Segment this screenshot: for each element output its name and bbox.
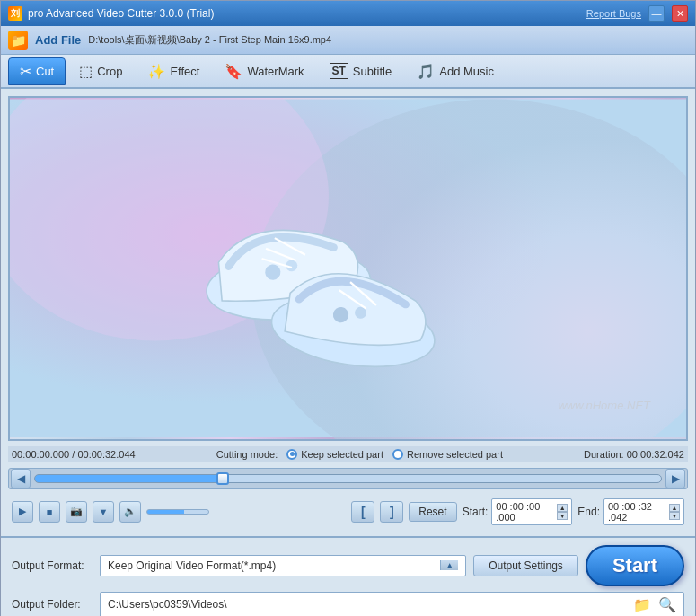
tab-effect[interactable]: ✨ Effect: [136, 57, 211, 85]
video-frame: [10, 98, 686, 439]
tab-watermark[interactable]: 🔖 WaterMark: [213, 57, 315, 85]
remove-selected-radio[interactable]: Remove selected part: [392, 449, 503, 460]
timeline-thumb[interactable]: [216, 472, 229, 485]
video-preview: www.nHome.NET: [10, 98, 686, 439]
duration-label: Duration:: [584, 449, 624, 460]
start-time-group: Start: 00 :00 :00 .000 ▲ ▼: [463, 498, 573, 525]
cutting-mode-group: Cutting mode: Keep selected part Remove …: [216, 449, 503, 460]
play-button[interactable]: ▶: [12, 501, 33, 523]
keep-label: Keep selected part: [301, 449, 383, 460]
tab-add-music[interactable]: 🎵 Add Music: [405, 57, 506, 85]
tab-subtitle[interactable]: ST Subtitle: [318, 57, 404, 84]
end-time-up[interactable]: ▲: [669, 504, 680, 512]
keep-selected-radio[interactable]: Keep selected part: [286, 449, 383, 460]
end-time-label: End:: [577, 506, 600, 518]
end-time-group: End: 00 :00 :32 .042 ▲ ▼: [577, 498, 684, 525]
stop-button[interactable]: ■: [39, 501, 60, 523]
main-window: 刘 pro Advanced Video Cutter 3.0.0 (Trial…: [0, 0, 696, 616]
remove-radio-btn[interactable]: [392, 449, 403, 460]
app-icon: 刘: [8, 6, 22, 21]
output-folder-label: Output Folder:: [12, 598, 93, 611]
output-format-input[interactable]: Keep Original Video Format(*.mp4) ▲: [100, 555, 466, 576]
tab-cut[interactable]: ✂ Cut: [8, 57, 66, 85]
crop-icon: ⬚: [79, 63, 93, 80]
main-content: www.nHome.NET 00:00:00.000 / 00:00:32.04…: [1, 89, 695, 536]
output-settings-button[interactable]: Output Settings: [473, 555, 578, 576]
title-bar-left: 刘 pro Advanced Video Cutter 3.0.0 (Trial…: [8, 6, 214, 21]
bottom-section: Output Format: Keep Original Video Forma…: [1, 536, 695, 617]
playback-controls: ▶ ■ 📷 ▼ 🔈 [ ] Reset Start: 00 :00 :00 .0…: [8, 495, 688, 529]
start-time-label: Start:: [463, 506, 489, 518]
duration-display: Duration: 00:00:32.042: [584, 449, 684, 460]
mark-in-button[interactable]: [: [351, 501, 374, 523]
tab-subtitle-label: Subtitle: [353, 65, 392, 78]
time-info-bar: 00:00:00.000 / 00:00:32.044 Cutting mode…: [8, 446, 688, 462]
window-title: pro Advanced Video Cutter 3.0.0 (Trial): [28, 7, 214, 20]
tab-crop-label: Crop: [97, 65, 122, 78]
reset-button[interactable]: Reset: [409, 502, 456, 522]
add-music-icon: 🎵: [417, 63, 435, 80]
output-folder-row: Output Folder: C:\Users\pc0359\Videos\ 📁…: [12, 592, 684, 617]
output-folder-input[interactable]: C:\Users\pc0359\Videos\ 📁 🔍: [100, 592, 684, 617]
video-preview-area[interactable]: www.nHome.NET: [8, 96, 688, 441]
slider-left-arrow[interactable]: ◀: [11, 469, 31, 488]
output-format-label: Output Format:: [12, 559, 93, 572]
folder-icons: 📁 🔍: [633, 596, 676, 613]
title-bar: 刘 pro Advanced Video Cutter 3.0.0 (Trial…: [1, 1, 695, 26]
tab-add-music-label: Add Music: [439, 65, 494, 78]
start-time-down[interactable]: ▼: [557, 512, 568, 520]
minimize-button[interactable]: —: [648, 5, 665, 22]
tabs-bar: ✂ Cut ⬚ Crop ✨ Effect 🔖 WaterMark ST Sub…: [1, 55, 695, 89]
add-file-label[interactable]: Add File: [35, 33, 81, 47]
browse-folder-icon[interactable]: 📁: [633, 596, 651, 613]
start-button[interactable]: Start: [586, 545, 684, 586]
snapshot-button[interactable]: 📷: [66, 501, 87, 523]
start-time-up[interactable]: ▲: [557, 504, 568, 512]
slider-right-arrow[interactable]: ▶: [665, 469, 685, 488]
start-time-input[interactable]: 00 :00 :00 .000 ▲ ▼: [491, 498, 572, 525]
watermark-icon: 🔖: [225, 63, 242, 80]
tab-cut-label: Cut: [36, 65, 54, 78]
tab-watermark-label: WaterMark: [247, 65, 304, 78]
volume-dropdown[interactable]: ▼: [93, 501, 114, 523]
start-time-spinner[interactable]: ▲ ▼: [557, 504, 568, 520]
tab-effect-label: Effect: [170, 65, 199, 78]
end-time-spinner[interactable]: ▲ ▼: [669, 504, 680, 520]
volume-slider[interactable]: [146, 509, 209, 515]
effect-icon: ✨: [147, 63, 165, 80]
current-time: 00:00:00.000 / 00:00:32.044: [12, 449, 136, 460]
timeline-slider-area: ◀ ▶: [8, 468, 688, 489]
watermark-text: www.nHome.NET: [558, 399, 650, 412]
cutting-mode-label: Cutting mode:: [216, 449, 278, 460]
output-format-row: Output Format: Keep Original Video Forma…: [12, 545, 684, 586]
cut-icon: ✂: [20, 63, 31, 80]
search-folder-icon[interactable]: 🔍: [658, 596, 676, 613]
close-button[interactable]: ✕: [672, 5, 688, 22]
toolbar-bar: 📁 Add File D:\tools\桌面\新视频\Baby 2 - Firs…: [1, 26, 695, 55]
mark-out-button[interactable]: ]: [380, 501, 403, 523]
timeline-track[interactable]: [34, 474, 662, 483]
title-bar-right: Report Bugs — ✕: [586, 5, 688, 22]
report-bugs-link[interactable]: Report Bugs: [586, 8, 641, 19]
format-dropdown-arrow[interactable]: ▲: [440, 560, 458, 570]
tab-crop[interactable]: ⬚ Crop: [67, 57, 134, 85]
add-file-icon: 📁: [8, 31, 28, 50]
keep-radio-btn[interactable]: [286, 449, 297, 460]
remove-label: Remove selected part: [407, 449, 503, 460]
volume-icon[interactable]: 🔈: [119, 501, 141, 523]
file-path: D:\tools\桌面\新视频\Baby 2 - First Step Main…: [88, 33, 331, 47]
subtitle-icon: ST: [330, 63, 348, 79]
end-time-down[interactable]: ▼: [669, 512, 680, 520]
end-time-input[interactable]: 00 :00 :32 .042 ▲ ▼: [603, 498, 684, 525]
